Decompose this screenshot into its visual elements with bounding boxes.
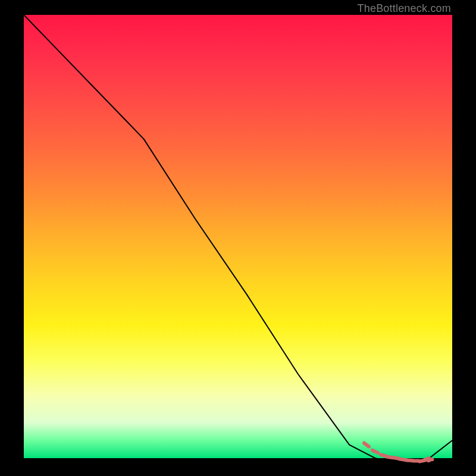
near-optimal-dash: [372, 450, 378, 453]
near-optimal-dashes: [364, 443, 432, 462]
chart-frame: TheBottleneck.com: [0, 0, 476, 476]
near-optimal-dash: [364, 443, 369, 447]
bottleneck-curve: [24, 15, 452, 463]
optimal-point-marker: [425, 456, 431, 462]
chart-svg: [24, 15, 452, 458]
watermark-label: TheBottleneck.com: [358, 2, 451, 15]
